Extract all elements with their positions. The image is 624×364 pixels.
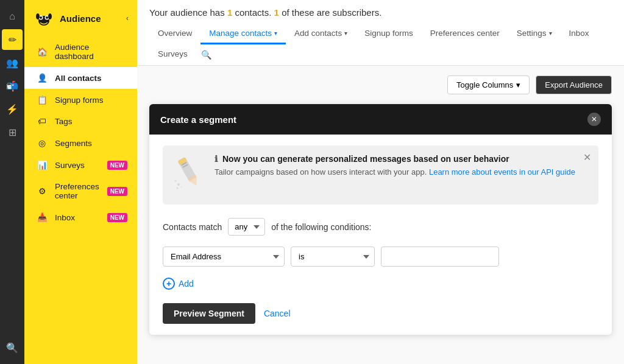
svg-point-6 [36, 13, 40, 19]
top-bar: Your audience has 1 contacts. 1 of these… [137, 0, 624, 66]
info-banner: ℹ Now you can generate personalized mess… [163, 145, 598, 205]
sidebar-item-inbox[interactable]: 📥 Inbox New [24, 206, 137, 228]
preferences-icon: ⚙ [34, 186, 50, 196]
toggle-columns-arrow: ▾ [516, 80, 520, 89]
segment-modal-title: Create a segment [160, 114, 236, 125]
svg-point-14 [177, 183, 180, 186]
info-banner-text: ℹ Now you can generate personalized mess… [214, 154, 589, 178]
svg-point-4 [40, 16, 42, 19]
cancel-button[interactable]: Cancel [264, 309, 291, 318]
sidebar-item-signup-forms[interactable]: 📋 Signup forms [24, 89, 137, 111]
tab-overview[interactable]: Overview [149, 24, 200, 44]
tab-preferences-center[interactable]: Preferences center [422, 24, 508, 44]
sidebar-label-segments: Segments [55, 139, 127, 148]
segment-modal-close-button[interactable]: ✕ [587, 113, 601, 126]
sidebar-label-tags: Tags [55, 117, 127, 126]
segments-icon: ◎ [34, 138, 50, 148]
add-contacts-arrow: ▾ [344, 30, 347, 37]
sidebar-item-tags[interactable]: 🏷 Tags [24, 111, 137, 132]
field-select[interactable]: Email Address First Name Last Name Phone… [163, 247, 285, 267]
tab-manage-contacts[interactable]: Manage contacts ▾ [200, 24, 286, 44]
strip-icon-search[interactable]: 🔍 [2, 337, 23, 358]
segment-modal-header: Create a segment ✕ [149, 104, 612, 135]
signup-forms-icon: 📋 [34, 95, 50, 105]
add-contacts-label: Add contacts [294, 29, 342, 38]
toggle-columns-label: Toggle Columns [456, 80, 513, 89]
all-contacts-icon: 👤 [34, 73, 50, 83]
sidebar-logo [33, 7, 55, 29]
contacts-label: contacts. [235, 7, 271, 18]
strip-icon-home[interactable]: ⌂ [2, 6, 23, 27]
segment-modal: Create a segment ✕ [149, 104, 612, 335]
nav-tabs: Overview Manage contacts ▾ Add contacts … [149, 24, 612, 65]
tab-inbox[interactable]: Inbox [561, 24, 598, 44]
strip-icon-edit[interactable]: ✏ [2, 29, 23, 50]
strip-icon-automations[interactable]: ⚡ [2, 99, 23, 119]
strip-icon-contacts[interactable]: 👥 [2, 52, 23, 73]
strip-icon-grid[interactable]: ⊞ [2, 122, 23, 142]
audience-info-text: Your audience has [149, 7, 225, 18]
sidebar-item-surveys[interactable]: 📊 Surveys New [24, 154, 137, 176]
tab-settings[interactable]: Settings ▾ [508, 24, 561, 44]
svg-point-17 [177, 187, 179, 189]
manage-contacts-arrow: ▾ [274, 30, 277, 37]
content-area: Toggle Columns ▾ Export Audience Create … [137, 66, 624, 364]
subscribers-label: of these are subscribers. [282, 7, 381, 18]
sidebar-header: Audience ‹ [24, 0, 137, 37]
sidebar-label-all-contacts: All contacts [55, 74, 127, 83]
info-banner-heading: ℹ Now you can generate personalized mess… [214, 154, 589, 164]
manage-contacts-label: Manage contacts [209, 29, 272, 38]
toggle-columns-button[interactable]: Toggle Columns ▾ [447, 75, 530, 94]
add-condition-link[interactable]: + Add [163, 278, 598, 290]
conditions-prefix: Contacts match [163, 222, 222, 232]
preview-segment-button[interactable]: Preview Segment [163, 303, 255, 324]
info-banner-link[interactable]: Learn more about events in our API guide [429, 167, 575, 177]
sidebar-nav: 🏠 Audience dashboard 👤 All contacts 📋 Si… [24, 37, 137, 364]
add-circle-icon: + [163, 278, 175, 290]
svg-point-15 [175, 180, 177, 182]
sidebar-label-surveys: Surveys [55, 161, 102, 170]
surveys-new-badge: New [107, 161, 127, 170]
sidebar-title: Audience [60, 13, 126, 24]
svg-point-7 [48, 13, 52, 19]
filter-value-input[interactable] [381, 247, 499, 267]
add-label: Add [179, 279, 194, 289]
toolbar-row: Toggle Columns ▾ Export Audience [149, 75, 612, 94]
operator-select[interactable]: is is not contains does not contain star… [291, 247, 375, 267]
svg-point-16 [181, 186, 182, 187]
sidebar-chevron-icon[interactable]: ‹ [126, 14, 129, 23]
match-select[interactable]: any all [228, 218, 265, 236]
svg-point-5 [46, 16, 48, 19]
pencil-art-icon [172, 154, 206, 196]
preferences-new-badge: New [107, 187, 127, 196]
surveys-icon: 📊 [34, 160, 50, 170]
segment-modal-body: ℹ Now you can generate personalized mess… [149, 135, 612, 335]
sidebar-item-audience-dashboard[interactable]: 🏠 Audience dashboard [24, 37, 137, 67]
sidebar-label-signup-forms: Signup forms [55, 96, 127, 105]
strip-icon-campaigns[interactable]: 📬 [2, 75, 23, 96]
tab-surveys[interactable]: Surveys [149, 44, 196, 65]
sidebar-label-audience-dashboard: Audience dashboard [55, 43, 127, 61]
inbox-new-badge: New [107, 213, 127, 222]
search-icon[interactable]: 🔍 [196, 45, 216, 65]
export-audience-button[interactable]: Export Audience [536, 75, 612, 94]
conditions-row: Contacts match any all of the following … [163, 218, 598, 236]
icon-strip: ⌂ ✏ 👥 📬 ⚡ ⊞ 🔍 [0, 0, 24, 364]
info-banner-body: Tailor campaigns based on how users inte… [214, 167, 589, 178]
sidebar-item-segments[interactable]: ◎ Segments [24, 132, 137, 154]
conditions-suffix: of the following conditions: [271, 222, 371, 232]
tab-add-contacts[interactable]: Add contacts ▾ [286, 24, 356, 44]
inbox-icon: 📥 [34, 212, 50, 222]
info-banner-close-button[interactable]: ✕ [583, 152, 591, 163]
sidebar-item-all-contacts[interactable]: 👤 All contacts [24, 67, 137, 89]
sidebar: Audience ‹ 🏠 Audience dashboard 👤 All co… [24, 0, 137, 364]
tab-signup-forms[interactable]: Signup forms [356, 24, 422, 44]
settings-arrow: ▾ [549, 30, 552, 37]
filter-row: Email Address First Name Last Name Phone… [163, 247, 598, 267]
contacts-count: 1 [227, 7, 232, 18]
sidebar-item-preferences-center[interactable]: ⚙ Preferences center New [24, 176, 137, 206]
info-circle-icon: ℹ [214, 154, 218, 164]
subscribers-count: 1 [274, 7, 279, 18]
tags-icon: 🏷 [34, 117, 50, 126]
action-buttons: Preview Segment Cancel [163, 303, 598, 324]
